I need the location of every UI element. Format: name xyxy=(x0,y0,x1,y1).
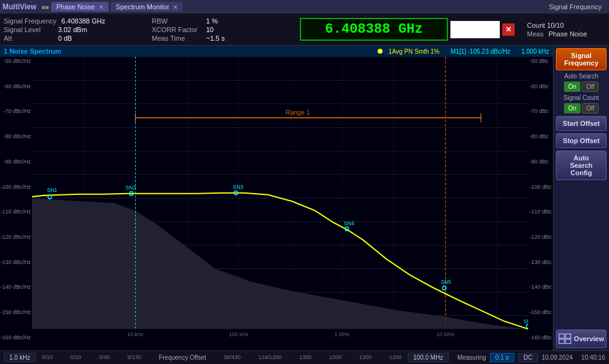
time-label: 10:40:16 xyxy=(581,354,605,361)
signal-count-section: Signal Count On Off xyxy=(556,94,607,114)
app-dots: ■■ xyxy=(41,4,49,10)
rbw-value: 1 % xyxy=(206,17,218,25)
svg-rect-49 xyxy=(565,339,571,344)
time-value: 0.1 s xyxy=(490,353,515,362)
chart-svg: Range 1 SN1 SN2 SN3 xyxy=(32,57,528,339)
svg-text:1 MHz: 1 MHz xyxy=(334,331,350,337)
chart-header: 1 Noise Spectrum 1Avg PN Smth 1% M1[1] -… xyxy=(0,46,553,57)
main-area: 1 Noise Spectrum 1Avg PN Smth 1% M1[1] -… xyxy=(0,46,609,350)
att-row: Att 0 dB xyxy=(4,35,152,42)
auto-search-off-btn[interactable]: Off xyxy=(582,81,599,92)
auto-search-label: Auto Search xyxy=(556,73,607,80)
svg-text:10 kHz: 10 kHz xyxy=(127,331,144,337)
freq-display-box: 6.408388 GHz xyxy=(300,18,448,41)
signal-level-value: 3.02 dBm xyxy=(58,26,87,33)
svg-text:10 MHz: 10 MHz xyxy=(436,331,455,337)
title-bar: MultiView ■■ Phase Noise ✕ Spectrum Moni… xyxy=(0,0,609,14)
meas-label: Meas xyxy=(527,30,544,38)
overview-btn[interactable]: Overview xyxy=(556,329,607,348)
y-axis-left: -50 dBc/Hz -60 dBc/Hz -70 dBc/Hz -80 dBc… xyxy=(0,57,32,350)
phase-noise-label: Phase Noise xyxy=(549,30,587,38)
svg-text:SN3: SN3 xyxy=(233,184,243,190)
freq-close-btn[interactable]: ✕ xyxy=(502,23,515,36)
tab-phase-noise-label: Phase Noise xyxy=(56,3,94,10)
tab-spectrum-monitor-close[interactable]: ✕ xyxy=(173,4,178,10)
info-left: Signal Frequency 6.408388 GHz Signal Lev… xyxy=(4,17,152,42)
stop-offset-btn[interactable]: Stop Offset xyxy=(556,133,607,148)
rbw-row: RBW 1 % xyxy=(152,17,288,25)
legend-dot-yellow xyxy=(378,49,383,54)
chart-legend: 1Avg PN Smth 1% M1[1] -105.23 dBc/Hz 1.0… xyxy=(378,48,549,55)
signal-count-on-btn[interactable]: On xyxy=(564,103,581,114)
xcorr-value: 10 xyxy=(206,26,213,33)
legend-label-freq: 1.000 kHz xyxy=(521,48,549,55)
tab-spectrum-monitor-label: Spectrum Monitor xyxy=(116,3,170,10)
svg-text:100 kHz: 100 kHz xyxy=(229,331,249,337)
start-offset-btn[interactable]: Start Offset xyxy=(556,116,607,131)
auto-search-toggle: On Off xyxy=(556,81,607,92)
chart-container: 1 Noise Spectrum 1Avg PN Smth 1% M1[1] -… xyxy=(0,46,553,350)
signal-count-toggle: On Off xyxy=(556,103,607,114)
signal-count-off-btn[interactable]: Off xyxy=(582,103,599,114)
chart-title: 1 Noise Spectrum xyxy=(4,48,61,55)
overview-icon xyxy=(558,333,571,344)
signal-frequency-btn[interactable]: SignalFrequency xyxy=(556,48,607,70)
measuring-label: Measuring xyxy=(457,354,486,361)
svg-rect-46 xyxy=(559,334,565,338)
meas-time-value: ~1.5 s xyxy=(206,35,225,42)
auto-search-section: Auto Search On Off xyxy=(556,73,607,92)
svg-rect-47 xyxy=(565,334,571,338)
svg-point-40 xyxy=(526,325,528,328)
header-signal-freq-label: Signal Frequency xyxy=(549,3,607,10)
info-mid: RBW 1 % XCORR Factor 10 Meas Time ~1.5 s xyxy=(152,17,288,42)
svg-text:SN4: SN4 xyxy=(344,220,354,226)
svg-text:SN2: SN2 xyxy=(125,184,136,191)
svg-text:SN1: SN1 xyxy=(47,186,57,192)
rbw-label: RBW xyxy=(152,17,201,25)
svg-text:SN6: SN6 xyxy=(523,318,528,325)
bottom-bar: 1.0 kHz 0/10 0/10 0/40 9/130 Frequency O… xyxy=(0,350,609,364)
meas-time-row: Meas Time ~1.5 s xyxy=(152,35,288,42)
count-label: Count 10/10 xyxy=(527,22,587,29)
legend-label-avg: 1Avg PN Smth 1% xyxy=(389,48,440,55)
app-name: MultiView xyxy=(2,2,36,11)
bottom-end-freq: 100.0 MHz xyxy=(408,353,449,362)
legend-label-m1: M1[1] -105.23 dBc/Hz xyxy=(450,48,510,55)
freq-input-box[interactable] xyxy=(450,21,500,38)
chart-main: Range 1 SN1 SN2 SN3 xyxy=(32,57,528,350)
att-value: 0 dB xyxy=(58,35,72,42)
y-axis-right: -50 dBc -60 dBc -70 dBc -80 dBc -90 dBc … xyxy=(528,57,553,350)
chart-wrapper: -50 dBc/Hz -60 dBc/Hz -70 dBc/Hz -80 dBc… xyxy=(0,57,553,350)
tab-phase-noise[interactable]: Phase Noise ✕ xyxy=(51,2,108,12)
svg-text:Range 1: Range 1 xyxy=(286,108,310,115)
signal-freq-value: 6.408388 GHz xyxy=(62,17,106,25)
signal-count-label: Signal Count xyxy=(556,94,607,101)
signal-freq-display: 6.408388 GHz ✕ Count 10/10 Meas Phase No… xyxy=(300,18,587,41)
tab-phase-noise-close[interactable]: ✕ xyxy=(99,4,104,10)
overview-label: Overview xyxy=(574,335,604,342)
meas-time-label: Meas Time xyxy=(152,35,201,42)
right-panel: SignalFrequency Auto Search On Off Signa… xyxy=(553,46,609,350)
svg-text:SN5: SN5 xyxy=(441,279,451,285)
xcorr-label: XCORR Factor xyxy=(152,26,201,33)
bottom-freq-labels: 0/10 0/10 0/40 9/130 Frequency Offset 39… xyxy=(39,354,404,361)
svg-rect-48 xyxy=(559,339,565,344)
auto-search-on-btn[interactable]: On xyxy=(564,81,581,92)
tab-spectrum-monitor[interactable]: Spectrum Monitor ✕ xyxy=(111,2,183,12)
auto-search-config-btn[interactable]: AutoSearchConfig xyxy=(556,151,607,180)
signal-level-row: Signal Level 3.02 dBm xyxy=(4,26,152,33)
dc-label: DC xyxy=(518,353,538,362)
info-bar: Signal Frequency 6.408388 GHz Signal Lev… xyxy=(0,14,609,46)
date-label: 10.09.2024 xyxy=(542,354,573,361)
bottom-start-freq: 1.0 kHz xyxy=(4,353,36,362)
signal-level-label: Signal Level xyxy=(4,26,53,33)
att-label: Att xyxy=(4,35,53,42)
signal-freq-label: Signal Frequency xyxy=(4,17,57,25)
xcorr-row: XCORR Factor 10 xyxy=(152,26,288,33)
signal-freq-row: Signal Frequency 6.408388 GHz xyxy=(4,17,152,25)
